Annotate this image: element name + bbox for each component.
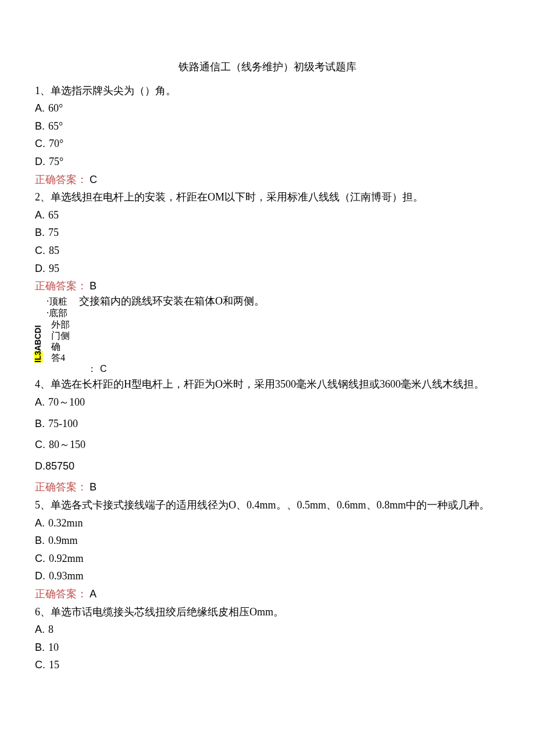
q4-answer: 正确答案：B [35, 478, 500, 496]
q3-block: ·顶粧 交接箱内的跳线环安装在箱体O和两侧。 ·底部 IL3ABCDI 外部 门… [35, 295, 500, 375]
q3-middle-block: IL3ABCDI 外部 门侧 确 答4 [47, 319, 265, 364]
q5-text: 5、单选各式卡接式接线端子的适用线径为O、0.4mm。、0.5mm、0.6mm、… [35, 496, 500, 514]
q1-option-a: A.60° [35, 99, 500, 117]
q6-b-val: 10 [48, 642, 59, 653]
q4-text: 4、单选在长杆距的H型电杆上，杆距为O米时，采用3500毫米八线钢线担或3600… [35, 375, 500, 393]
q5-b-val: 0.9mm [48, 535, 78, 546]
q2-answer: 正确答案：B [35, 277, 500, 295]
q1-d-val: 75° [49, 156, 63, 167]
q5-answer-val: A [90, 588, 97, 600]
q1-option-c: C.70° [35, 135, 500, 153]
q2-c-val: 85 [49, 245, 59, 256]
q2-option-b: B.75 [35, 224, 500, 242]
q1-answer: 正确答案：C [35, 171, 500, 189]
q3-rotated-text: IL3ABCDI [34, 316, 42, 363]
q4-option-a: A.70～100 [35, 393, 500, 411]
q2-a-val: 65 [48, 209, 59, 221]
document-title: 铁路通信工（线务维护）初级考试题库 [35, 58, 500, 76]
q4-c-val: 80～150 [49, 439, 85, 450]
q4-option-d: D.85750 [35, 457, 500, 475]
q1-text: 1、单选指示牌头尖为（）角。 [35, 82, 500, 100]
q6-c-val: 15 [49, 659, 59, 671]
q4-option-b: B.75-100 [35, 415, 500, 433]
q5-option-a: A.0.32mın [35, 514, 500, 532]
q5-option-b: B.0.9mm [35, 532, 500, 550]
q3-answer-line: ：C [47, 363, 265, 374]
q1-answer-label: 正确答案： [35, 174, 87, 185]
q2-answer-val: B [90, 280, 97, 292]
q2-option-c: C.85 [35, 242, 500, 260]
q5-c-val: 0.92mm [49, 553, 84, 564]
q4-answer-label: 正确答案： [35, 481, 87, 493]
q3-line2: ·底部 [47, 307, 265, 318]
q4-a-val: 70～100 [48, 396, 85, 408]
q2-b-val: 75 [48, 227, 59, 238]
q4-b-val: 75-100 [48, 418, 78, 429]
q3-line6: 答4 [47, 352, 265, 363]
q5-d-val: 0.93mm [49, 570, 84, 582]
q6-option-c: C.15 [35, 656, 500, 674]
q3-side-text: ·顶粧 交接箱内的跳线环安装在箱体O和两侧。 ·底部 IL3ABCDI 外部 门… [47, 295, 265, 375]
q6-option-a: A.8 [35, 621, 500, 639]
q6-a-val: 8 [48, 624, 54, 635]
q5-option-c: C.0.92mm [35, 550, 500, 568]
q5-answer-label: 正确答案： [35, 588, 87, 600]
q3-line4: 门侧 [47, 330, 265, 341]
q1-answer-val: C [90, 174, 97, 185]
q2-d-val: 95 [49, 263, 59, 274]
q3-line1: ·顶粧 交接箱内的跳线环安装在箱体O和两侧。 [47, 295, 265, 308]
q2-option-a: A.65 [35, 206, 500, 224]
q1-b-val: 65° [48, 120, 63, 132]
q2-answer-label: 正确答案： [35, 280, 87, 292]
q1-a-val: 60° [48, 102, 63, 114]
q4-answer-val: B [90, 481, 97, 493]
q5-answer: 正确答案：A [35, 585, 500, 603]
q1-option-d: D.75° [35, 153, 500, 171]
q1-c-val: 70° [49, 138, 63, 149]
q2-text: 2、单选线担在电杆上的安装，杆距在OM以下时，采用标准八线线（江南博哥）担。 [35, 188, 500, 206]
q1-option-b: B.65° [35, 117, 500, 135]
q2-option-d: D.95 [35, 260, 500, 278]
q3-answer-val: C [100, 364, 107, 374]
q3-line3: 外部 [47, 319, 265, 330]
q6-option-b: B.10 [35, 639, 500, 657]
q4-option-c: C.80～150 [35, 436, 500, 454]
q5-option-d: D.0.93mm [35, 567, 500, 585]
q6-text: 6、单选市话电缆接头芯线扭绞后绝缘纸皮相压Omm。 [35, 603, 500, 621]
q3-main-text: 交接箱内的跳线环安装在箱体O和两侧。 [79, 295, 265, 307]
q3-line5: 确 [47, 341, 265, 352]
q5-a-val: 0.32mın [48, 517, 83, 529]
q3-colon: ： [87, 364, 97, 374]
